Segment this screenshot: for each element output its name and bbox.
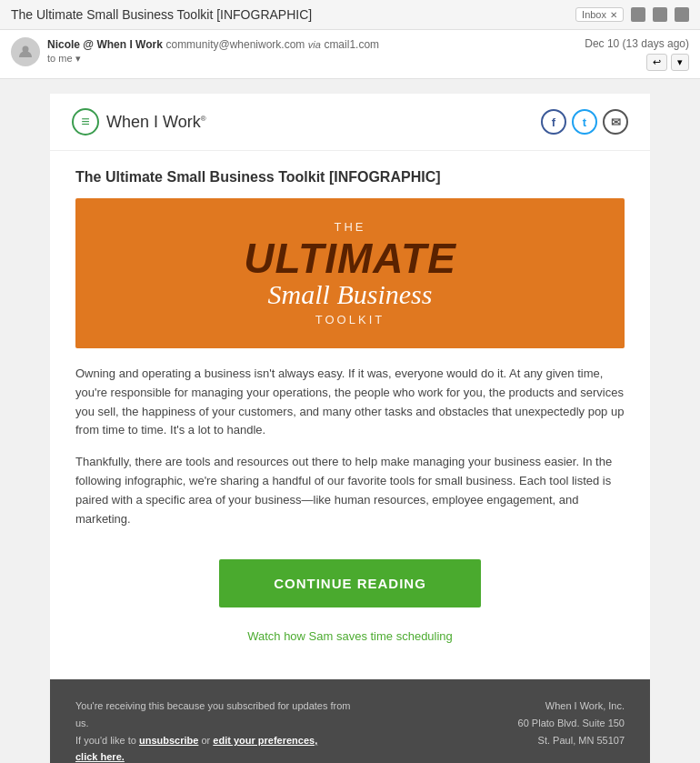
sender-to: to me ▾ — [47, 53, 577, 65]
twitter-icon[interactable]: t — [572, 109, 597, 135]
sender-info: Nicole @ When I Work community@wheniwork… — [47, 37, 577, 65]
sender-actions[interactable]: ↩ ▾ — [646, 54, 689, 71]
logo-area: ≡ When I Work® — [72, 108, 206, 136]
footer-right: When I Work, Inc. 60 Plato Blvd. Suite 1… — [392, 698, 625, 763]
title-bar-icons — [631, 7, 689, 22]
expand-icon[interactable] — [675, 7, 689, 22]
hero-ultimate-text: ULTIMATE — [94, 237, 606, 279]
email-header: ≡ When I Work® f t ✉ — [50, 94, 650, 151]
logo-text: When I Work® — [106, 113, 206, 132]
social-icons: f t ✉ — [541, 109, 628, 135]
inbox-tag[interactable]: Inbox ✕ — [575, 7, 624, 22]
email-main: The Ultimate Small Business Toolkit [INF… — [50, 151, 650, 679]
email-subject: The Ultimate Small Business Toolkit [INF… — [11, 7, 568, 22]
email-body: ≡ When I Work® f t ✉ The Ultimate Sm — [0, 79, 700, 763]
footer-unsubscribe-text: If you'd like to unsubscribe or edit you… — [75, 732, 355, 749]
cta-wrapper: CONTINUE READING — [75, 541, 625, 622]
title-bar: The Ultimate Small Business Toolkit [INF… — [0, 0, 700, 30]
footer-subscribed-text: You're receiving this because you subscr… — [75, 698, 355, 731]
sender-email: community@wheniwork.com — [165, 38, 307, 51]
inbox-label: Inbox — [582, 9, 606, 20]
hero-small-business-text: Small Business — [94, 279, 606, 309]
footer-address2: St. Paul, MN 55107 — [392, 732, 625, 749]
body-paragraph-1: Owning and operating a business isn't al… — [75, 365, 625, 440]
sender-via-domain: cmail1.com — [324, 38, 379, 51]
logo-icon: ≡ — [72, 108, 99, 136]
footer-address1: 60 Plato Blvd. Suite 150 — [392, 715, 625, 732]
email-content: ≡ When I Work® f t ✉ The Ultimate Sm — [50, 94, 650, 763]
footer-company: When I Work, Inc. — [392, 698, 625, 715]
body-paragraph-2: Thankfully, there are tools and resource… — [75, 453, 625, 528]
unsubscribe-link[interactable]: unsubscribe — [139, 735, 198, 746]
continue-reading-button[interactable]: CONTINUE READING — [219, 559, 481, 607]
more-actions-button[interactable]: ▾ — [671, 54, 689, 71]
print-icon[interactable] — [653, 7, 667, 22]
hero-toolkit-text: TOOLKIT — [94, 313, 606, 326]
email-title: The Ultimate Small Business Toolkit [INF… — [75, 169, 625, 186]
facebook-icon[interactable]: f — [541, 109, 566, 135]
archive-icon[interactable] — [631, 7, 645, 22]
hero-banner: THE ULTIMATE Small Business TOOLKIT — [75, 198, 625, 348]
avatar — [11, 37, 40, 66]
hero-the-text: THE — [94, 220, 606, 234]
sender-name: Nicole @ When I Work — [47, 38, 163, 51]
sender-bar: Nicole @ When I Work community@wheniwork… — [0, 30, 700, 79]
watch-link-wrapper: Watch how Sam saves time scheduling — [75, 622, 625, 661]
footer-click-here: click here. — [75, 748, 355, 763]
email-footer: You're receiving this because you subscr… — [50, 679, 650, 763]
reply-button[interactable]: ↩ — [646, 54, 667, 71]
email-share-icon[interactable]: ✉ — [603, 109, 628, 135]
click-here-link[interactable]: click here. — [75, 751, 125, 762]
preferences-link[interactable]: edit your preferences, — [213, 735, 317, 746]
watch-link[interactable]: Watch how Sam saves time scheduling — [247, 629, 453, 643]
sender-via: via — [308, 39, 321, 50]
tag-close-icon[interactable]: ✕ — [610, 10, 617, 20]
sender-date: Dec 10 (13 days ago) — [585, 37, 689, 50]
footer-left: You're receiving this because you subscr… — [75, 698, 355, 763]
